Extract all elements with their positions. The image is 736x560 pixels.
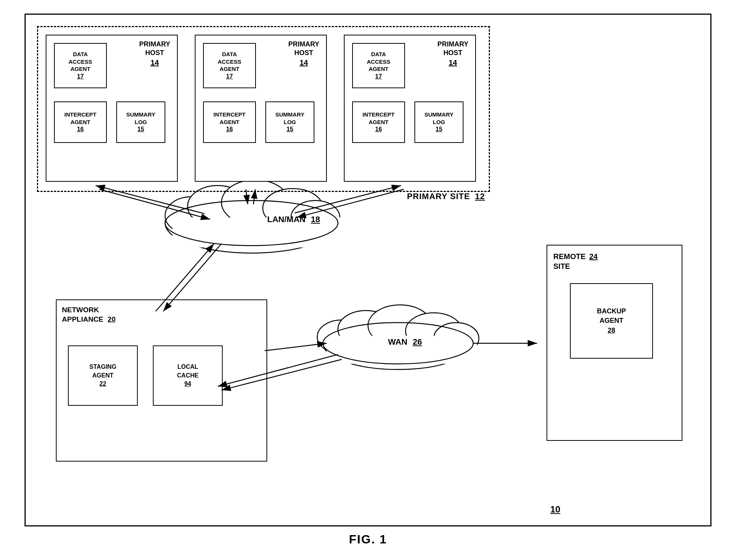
svg-point-15: [434, 322, 479, 354]
network-appliance-label: NETWORKAPPLIANCE 20: [62, 305, 115, 324]
primary-host-label-2: PRIMARYHOST14: [288, 40, 319, 68]
intercept-box-1: INTERCEPTAGENT16: [54, 101, 107, 143]
staging-agent-box: STAGINGAGENT22: [68, 345, 138, 406]
remote-site-box: REMOTE 24 SITE BACKUPAGENT28: [547, 245, 682, 441]
primary-host-box-1: PRIMARYHOST14 DATAACCESSAGENT17 INTERCEP…: [46, 35, 178, 182]
primary-host-box-2: PRIMARYHOST14 DATAACCESSAGENT17 INTERCEP…: [195, 35, 327, 182]
network-appliance-box: NETWORKAPPLIANCE 20 STAGINGAGENT22 LOCAL…: [56, 299, 267, 462]
intercept-box-3: INTERCEPTAGENT16: [352, 101, 405, 143]
wan-label: WAN 26: [388, 337, 422, 347]
svg-line-26: [265, 343, 326, 351]
data-access-box-2: DATAACCESSAGENT17: [203, 43, 256, 88]
primary-host-label-1: PRIMARYHOST14: [139, 40, 170, 68]
figure-label: FIG. 1: [349, 532, 387, 546]
remote-site-label: REMOTE 24 SITE: [553, 252, 597, 271]
local-cache-box: LOCALCACHE94: [153, 345, 223, 406]
intercept-box-2: INTERCEPTAGENT16: [203, 101, 256, 143]
svg-point-3: [165, 197, 217, 235]
backup-agent-box: BACKUPAGENT28: [570, 283, 653, 359]
svg-point-11: [317, 320, 366, 354]
svg-line-22: [297, 189, 404, 218]
main-diagram: PRIMARY SITE 12 PRIMARYHOST14 DATAACCESS…: [25, 14, 711, 526]
primary-site-label: PRIMARY SITE 12: [407, 192, 485, 201]
svg-point-12: [338, 311, 394, 348]
data-access-box-3: DATAACCESSAGENT17: [352, 43, 405, 88]
data-access-box-1: DATAACCESSAGENT17: [54, 43, 107, 88]
svg-line-18: [99, 189, 210, 219]
summary-log-box-1: SUMMARYLOG15: [116, 101, 165, 143]
outer-ref-num: 10: [550, 504, 560, 515]
primary-host-label-3: PRIMARYHOST14: [437, 40, 468, 68]
primary-site-box: PRIMARY SITE 12 PRIMARYHOST14 DATAACCESS…: [37, 26, 490, 192]
lanman-label: LAN/MAN 18: [267, 215, 320, 224]
summary-log-box-3: SUMMARYLOG15: [414, 101, 463, 143]
primary-host-box-3: PRIMARYHOST14 DATAACCESSAGENT17 INTERCEP…: [344, 35, 476, 182]
summary-log-box-2: SUMMARYLOG15: [265, 101, 314, 143]
